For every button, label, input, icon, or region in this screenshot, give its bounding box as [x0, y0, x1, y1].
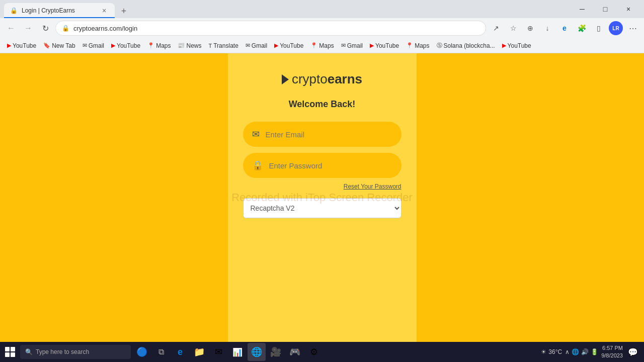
password-input[interactable] — [269, 161, 392, 170]
password-field-container[interactable]: 🔒 — [243, 153, 401, 178]
bookmark-item[interactable]: ▶YouTube — [271, 41, 306, 50]
bookmark-item[interactable]: 🔖New Tab — [40, 41, 78, 50]
bookmark-item[interactable]: ▶YouTube — [367, 41, 402, 50]
minimize-button[interactable]: ─ — [571, 0, 594, 18]
taskbar-settings-btn[interactable]: ⚙ — [305, 343, 323, 361]
forward-button[interactable]: → — [21, 21, 35, 35]
network-icon: 🌐 — [572, 348, 579, 355]
window-controls: ─ □ × — [571, 0, 640, 18]
page-content: Recorded with iTop Screen Recorder crypt… — [0, 53, 644, 342]
tab-favicon: 🔒 — [10, 7, 18, 14]
logo-triangle-icon — [282, 74, 289, 84]
taskbar-cortana-btn[interactable]: 🔵 — [133, 343, 151, 361]
star-icon-btn[interactable]: ☆ — [506, 21, 520, 35]
email-input[interactable] — [266, 130, 392, 139]
recaptcha-select[interactable]: Recaptcha V2 Recaptcha V3 — [243, 198, 401, 218]
more-menu-button[interactable]: ⋯ — [626, 21, 640, 35]
bookmark-item[interactable]: ▶YouTube — [4, 41, 39, 50]
bookmark-item[interactable]: 📍Maps — [144, 41, 174, 50]
taskbar-search-placeholder: Type here to search — [36, 348, 89, 355]
tab-active[interactable]: 🔒 Login | CryptoEarns × — [4, 3, 115, 18]
taskbar-task-view-btn[interactable]: ⧉ — [152, 343, 170, 361]
bookmark-item[interactable]: ✉Gmail — [79, 41, 107, 50]
email-field-container[interactable]: ✉ — [243, 122, 401, 147]
welcome-heading: Welcome Back! — [289, 99, 356, 110]
taskbar-chrome-btn[interactable]: 🌐 — [248, 343, 266, 361]
download-icon-btn[interactable]: ↓ — [540, 21, 554, 35]
forgot-password-link[interactable]: Reset Your Password — [344, 183, 401, 190]
logo-text: cryptoearns — [292, 71, 362, 87]
extensions-icon-btn[interactable]: ⊕ — [523, 21, 537, 35]
tab-close-btn[interactable]: × — [100, 6, 109, 15]
lock-icon: 🔒 — [62, 25, 69, 32]
bookmark-item[interactable]: ✉Gmail — [243, 41, 270, 50]
start-button[interactable] — [0, 342, 20, 362]
taskbar-search-icon: 🔍 — [25, 348, 33, 355]
email-icon: ✉ — [252, 129, 260, 140]
taskbar-extra-btn[interactable]: 🎮 — [286, 343, 304, 361]
logo-container: cryptoearns — [282, 71, 362, 87]
taskbar-recorder-btn[interactable]: 🎥 — [267, 343, 285, 361]
taskbar-office-btn[interactable]: 📊 — [228, 343, 247, 361]
maximize-button[interactable]: □ — [594, 0, 617, 18]
lock-field-icon: 🔒 — [252, 160, 263, 171]
title-bar: 🔒 Login | CryptoEarns × + ─ □ × — [0, 0, 644, 18]
weather-widget[interactable]: ☀ 36°C — [541, 348, 562, 355]
battery-icon: 🔋 — [591, 348, 598, 355]
bookmark-item[interactable]: TTranslate — [206, 41, 242, 50]
taskbar-edge-btn[interactable]: e — [171, 343, 189, 361]
clock-date: 9/8/2023 — [601, 352, 623, 359]
bookmark-item[interactable]: ▶YouTube — [108, 41, 143, 50]
taskbar-explorer-btn[interactable]: 📁 — [190, 343, 208, 361]
taskbar-right-section: ☀ 36°C ∧ 🌐 🔊 🔋 6:57 PM 9/8/2023 💬 — [541, 344, 644, 360]
logo-bold-text: earns — [328, 71, 362, 86]
puzzle-icon-btn[interactable]: 🧩 — [575, 21, 589, 35]
clock-time: 6:57 PM — [601, 344, 623, 352]
browser-chrome: 🔒 Login | CryptoEarns × + ─ □ × ← → ↻ 🔒 … — [0, 0, 644, 53]
bookmark-item[interactable]: 📍Maps — [403, 41, 432, 50]
close-window-button[interactable]: × — [617, 0, 640, 18]
bookmarks-bar: ▶YouTube 🔖New Tab ✉Gmail ▶YouTube 📍Maps … — [0, 38, 644, 53]
new-tab-button[interactable]: + — [117, 4, 131, 18]
split-icon-btn[interactable]: ▯ — [592, 21, 606, 35]
bookmark-item[interactable]: ✉Gmail — [338, 41, 366, 50]
address-url: cryptoearns.com/login — [73, 25, 479, 32]
edge-icon-btn[interactable]: e — [557, 21, 572, 35]
back-button[interactable]: ← — [4, 21, 18, 35]
taskbar-search-bar[interactable]: 🔍 Type here to search — [20, 345, 131, 359]
bookmark-item[interactable]: ▶YouTube — [499, 41, 534, 50]
profile-button[interactable]: LR — [609, 21, 623, 35]
chevron-icon: ∧ — [565, 348, 570, 355]
system-tray[interactable]: ∧ 🌐 🔊 🔋 — [565, 348, 598, 355]
refresh-button[interactable]: ↻ — [38, 21, 52, 35]
bookmark-item[interactable]: 📍Maps — [307, 41, 337, 50]
taskbar-apps: 🔵 ⧉ e 📁 ✉ 📊 🌐 🎥 🎮 ⚙ — [133, 343, 323, 361]
taskbar-mail-btn[interactable]: ✉ — [209, 343, 227, 361]
taskbar-clock[interactable]: 6:57 PM 9/8/2023 — [601, 344, 623, 360]
windows-logo-icon — [5, 347, 15, 357]
bookmark-item[interactable]: 📰News — [175, 41, 204, 50]
bookmark-item[interactable]: ⓈSolana (blockcha... — [434, 41, 498, 50]
login-panel: cryptoearns Welcome Back! ✉ 🔒 Reset Your… — [228, 53, 417, 342]
address-bar-row: ← → ↻ 🔒 cryptoearns.com/login ↗ ☆ ⊕ ↓ e … — [0, 18, 644, 38]
volume-icon: 🔊 — [581, 348, 589, 355]
taskbar: 🔍 Type here to search 🔵 ⧉ e 📁 ✉ 📊 🌐 🎥 🎮 … — [0, 342, 644, 362]
notification-btn[interactable]: 💬 — [626, 345, 640, 359]
tab-title: Login | CryptoEarns — [22, 7, 96, 14]
sun-icon: ☀ — [541, 348, 546, 355]
share-icon-btn[interactable]: ↗ — [489, 21, 503, 35]
weather-temp: 36°C — [548, 348, 562, 355]
address-bar[interactable]: 🔒 cryptoearns.com/login — [55, 21, 486, 36]
logo-light-text: crypto — [292, 71, 328, 86]
